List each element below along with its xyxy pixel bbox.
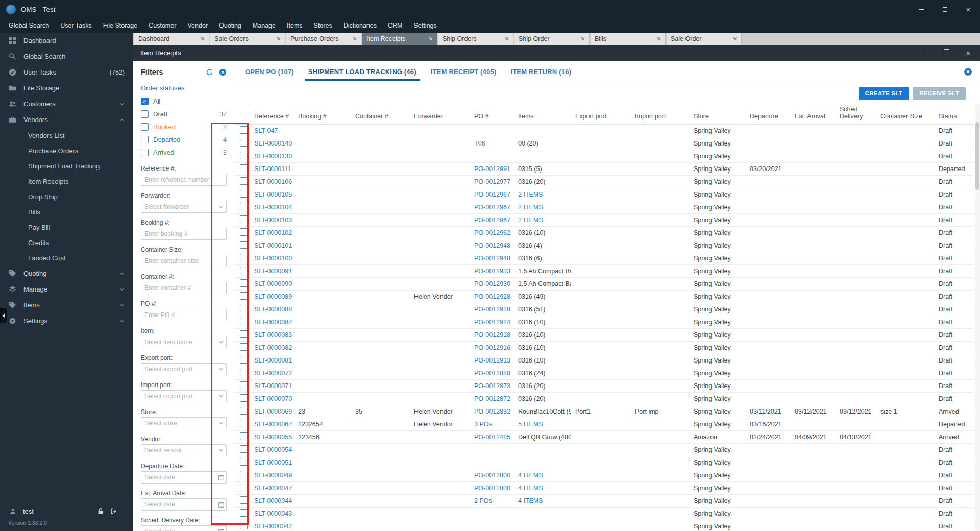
reference-link[interactable]: SLT-0000069 — [254, 408, 292, 415]
col-header-items[interactable]: Items — [514, 104, 571, 125]
menu-item-global-search[interactable]: Global Search — [3, 19, 55, 32]
row-checkbox[interactable] — [240, 484, 248, 491]
sidebar-item-global-search[interactable]: Global Search — [0, 49, 133, 64]
row-checkbox[interactable] — [240, 356, 248, 364]
col-header-reference[interactable]: Reference # — [250, 104, 294, 125]
row-checkbox[interactable] — [240, 343, 248, 351]
tab-close-icon[interactable]: × — [201, 35, 205, 43]
reference-link[interactable]: SLT-0000104 — [254, 204, 292, 211]
sidebar-item-dashboard[interactable]: Dashboard — [0, 33, 133, 49]
col-header-container-size[interactable]: Container Size — [876, 104, 935, 125]
po-link[interactable]: PO-0012967 — [474, 204, 510, 211]
sidebar-item-user-tasks[interactable]: User Tasks(752) — [0, 64, 133, 80]
po-link[interactable]: PO-0012913 — [474, 357, 510, 364]
sidebar-item-landed-cost[interactable]: Landed Cost — [0, 250, 133, 266]
sidebar-item-pay-bill[interactable]: Pay Bill — [0, 220, 133, 235]
col-header-store[interactable]: Store — [690, 104, 746, 125]
reference-link[interactable]: SLT-0000111 — [254, 165, 291, 173]
sidebar-item-quoting[interactable]: Quoting — [0, 266, 133, 281]
menu-item-file-storage[interactable]: File Storage — [97, 19, 143, 32]
col-header-forwarder[interactable]: Forwarder — [410, 104, 470, 125]
reference-input[interactable] — [141, 174, 226, 185]
items-link[interactable]: 2 ITEMS — [518, 191, 543, 198]
table-scrollbar[interactable] — [975, 104, 980, 531]
restore-button[interactable] — [933, 0, 957, 18]
reference-link[interactable]: SLT-0000101 — [254, 242, 292, 249]
reference-link[interactable]: SLT-0000071 — [254, 382, 292, 390]
filter-checkbox-all[interactable] — [141, 98, 149, 105]
tab-ship-order[interactable]: Ship Order× — [514, 33, 590, 45]
reference-link[interactable]: SLT-0000130 — [254, 153, 292, 160]
inner-close-button[interactable]: × — [957, 45, 980, 61]
reference-link[interactable]: SLT-0000072 — [254, 370, 292, 377]
reference-link[interactable]: SLT-0000055 — [254, 433, 292, 441]
reference-link[interactable]: SLT-0000070 — [254, 395, 292, 402]
items-link[interactable]: 4 ITEMS — [518, 497, 543, 504]
refresh-filters-icon[interactable] — [206, 68, 213, 76]
po-link[interactable]: PO-0012928 — [474, 293, 510, 300]
sidebar-item-bills[interactable]: Bills — [0, 204, 133, 220]
reference-link[interactable]: SLT-0000081 — [254, 357, 292, 364]
sidebar-item-item-receipts[interactable]: Item Receipts — [0, 174, 133, 189]
tab-close-icon[interactable]: × — [657, 35, 661, 43]
tab-close-icon[interactable]: × — [733, 35, 737, 43]
vendor-input[interactable] — [141, 445, 216, 456]
tab-item-receipts[interactable]: Item Receipts× — [362, 33, 437, 45]
row-checkbox[interactable] — [240, 369, 248, 376]
menu-item-vendor[interactable]: Vendor — [182, 19, 213, 32]
row-checkbox[interactable] — [240, 254, 248, 261]
subtab-item-return-16[interactable]: ITEM RETURN (16) — [503, 61, 578, 83]
row-checkbox[interactable] — [240, 215, 248, 223]
row-checkbox[interactable] — [240, 228, 248, 236]
subtab-shipment-load-tracking-46[interactable]: SHIPMENT LOAD TRACKING (46) — [301, 61, 424, 83]
tab-ship-orders[interactable]: Ship Orders× — [438, 33, 513, 45]
reference-link[interactable]: SLT-0000042 — [254, 523, 292, 530]
po-link[interactable]: PO-0012991 — [474, 165, 510, 173]
reference-link[interactable]: SLT-0000082 — [254, 344, 292, 351]
po-link[interactable]: PO-0012977 — [474, 178, 510, 185]
po-link[interactable]: PO-0012800 — [474, 472, 510, 479]
reference-link[interactable]: SLT-0000044 — [254, 497, 292, 504]
tab-close-icon[interactable]: × — [581, 35, 585, 43]
reference-link[interactable]: SLT-0000103 — [254, 216, 292, 224]
row-checkbox[interactable] — [240, 458, 248, 466]
po-link[interactable]: PO-0012930 — [474, 280, 510, 287]
menu-item-crm[interactable]: CRM — [382, 19, 408, 32]
receive-slt-button[interactable]: RECEIVE SLT — [913, 87, 966, 100]
reference-link[interactable]: SLT-0000054 — [254, 446, 292, 453]
menu-item-manage[interactable]: Manage — [247, 19, 281, 32]
reference-link[interactable]: SLT-0000090 — [254, 280, 292, 287]
row-checkbox[interactable] — [240, 394, 248, 402]
row-checkbox[interactable] — [240, 509, 248, 517]
row-checkbox[interactable] — [240, 381, 248, 389]
items-link[interactable]: 2 ITEMS — [518, 216, 543, 224]
sidebar-item-credits[interactable]: Credits — [0, 235, 133, 250]
reference-link[interactable]: SLT-0000106 — [254, 178, 292, 185]
create-slt-button[interactable]: CREATE SLT — [859, 87, 910, 100]
menu-item-user-tasks[interactable]: User Tasks — [55, 19, 97, 32]
sidebar-item-purchase-orders[interactable]: Purchase Orders — [0, 143, 133, 158]
po-link[interactable]: PO-0012948 — [474, 242, 510, 249]
booking-input[interactable] — [141, 228, 226, 239]
menu-item-quoting[interactable]: Quoting — [213, 19, 247, 32]
sidebar-item-customers[interactable]: Customers — [0, 96, 133, 112]
row-checkbox[interactable] — [240, 139, 248, 147]
item-input[interactable] — [141, 336, 216, 348]
row-checkbox[interactable] — [240, 152, 248, 159]
clear-filters-icon[interactable] — [219, 68, 227, 76]
reference-link[interactable]: SLT-0000083 — [254, 331, 292, 339]
col-header-container[interactable]: Container # — [351, 104, 410, 125]
tab-sale-order[interactable]: Sale Order× — [667, 33, 742, 45]
po-link[interactable]: 3 POs — [474, 421, 492, 428]
col-header-sched-delivery[interactable]: Sched. Delivery — [836, 104, 876, 125]
export-port-input[interactable] — [141, 364, 216, 375]
row-checkbox[interactable] — [240, 267, 248, 274]
sidebar-item-manage[interactable]: Manage — [0, 281, 133, 297]
row-checkbox[interactable] — [240, 330, 248, 338]
po-link[interactable]: PO-0012933 — [474, 268, 510, 275]
tab-close-icon[interactable]: × — [277, 35, 281, 43]
row-checkbox[interactable] — [240, 203, 248, 210]
po-link[interactable]: PO-0012485 — [474, 433, 510, 441]
po-input[interactable] — [141, 309, 226, 321]
filter-checkbox-booked[interactable] — [141, 123, 149, 131]
